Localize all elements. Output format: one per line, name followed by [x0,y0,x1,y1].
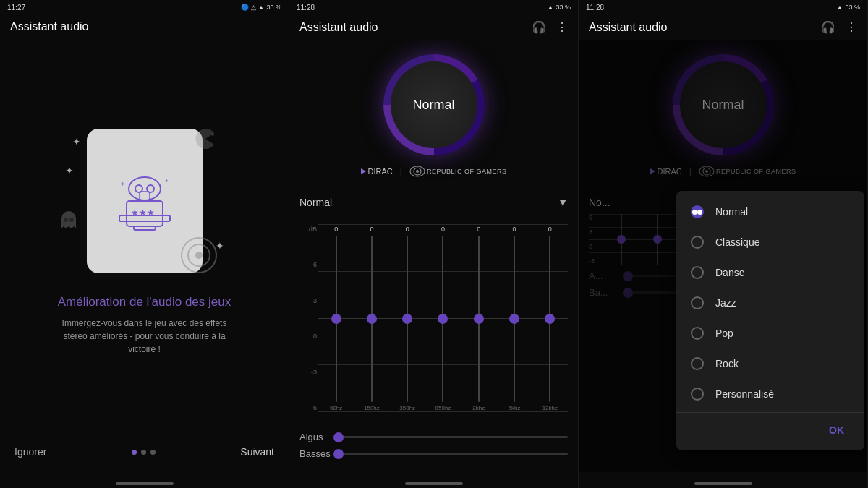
tone-sliders-2: Aigus Basses [299,426,568,465]
ghost-icon [58,208,80,230]
modal-ok-button[interactable]: OK [823,421,850,439]
bluetooth-icon: ⋅ [237,4,239,11]
eq-grid-area: 0 60hz 0 150hz [318,224,568,411]
svg-point-10 [211,133,214,136]
grid-line-top [318,224,568,225]
status-bar-1: 11:27 ⋅ 🔵 △ ▲ 33 % [0,0,289,14]
knob-area-2: Normal DIRAC | REPUBLIC OF GAMERS [289,40,578,189]
modal-label-rock: Rock [715,358,739,369]
home-bar-3 [579,472,867,488]
dot-3 [150,450,156,455]
next-button[interactable]: Suivant [240,446,274,458]
modal-label-classique: Classique [715,236,760,248]
eq-track-2khz[interactable] [478,236,480,402]
radio-normal [691,205,704,218]
modal-divider [676,412,864,413]
eq-thumb-60hz [331,314,341,324]
rog-brand: REPUBLIC OF GAMERS [409,166,507,177]
treble-label: Aigus [299,432,328,442]
y-label-3: 3 [299,297,317,304]
svg-point-4 [129,177,161,200]
eq-thumb-12khz [545,314,555,324]
rog-logo-svg [409,166,425,177]
battery-icon-3: 33 % [845,4,860,11]
game-svg: ★★★ ✦ ✦ [105,161,184,241]
svg-point-12 [69,218,74,222]
phone-panel-2: 11:28 ▲ 33 % Assistant audio 🎧 ⋮ Normal … [289,0,579,488]
eq-thumb-5khz [509,314,519,324]
treble-track[interactable] [334,436,568,438]
eq-preset-row[interactable]: Normal ▼ [299,197,568,208]
status-icons-3: ▲ 33 % [837,4,860,11]
dot-1 [132,450,137,455]
modal-label-danse: Danse [715,267,744,278]
more-icon[interactable]: ⋮ [556,20,568,34]
radio-rock [691,357,704,370]
dot-2 [141,450,146,455]
status-time-1: 11:27 [7,4,25,12]
grid-line-bot [318,411,568,412]
bass-label: Basses [299,448,328,459]
treble-thumb [333,432,344,442]
radio-classique [691,236,704,249]
modal-item-classique[interactable]: Classique [676,227,864,257]
knob-container-2[interactable]: Normal [383,54,485,155]
panel2-content: Normal DIRAC | REPUBLIC OF GAMERS [289,40,578,472]
modal-item-normal[interactable]: Normal [676,197,864,227]
svg-rect-7 [140,192,150,200]
panel3-content: Normal DIRAC | REPUB [579,40,867,472]
modal-item-jazz[interactable]: Jazz [676,288,864,318]
modal-item-personnalise[interactable]: Personnalisé [676,379,864,409]
status-icons-2: ▲ 33 % [548,4,571,11]
modal-ok-row: OK [676,416,864,445]
signal-icon-3: ▲ [837,4,843,11]
app-title-2: Assistant audio [299,21,378,34]
treble-row: Aigus [299,432,568,442]
app-header-2: Assistant audio 🎧 ⋮ [289,14,578,40]
headphone-icon[interactable]: 🎧 [532,20,546,34]
dirac-text: DIRAC [368,167,393,176]
panel1-content: ★★★ ✦ ✦ ✦ [0,39,289,437]
app-header-1: Assistant audio [0,14,289,39]
more-icon-3[interactable]: ⋮ [846,20,857,34]
skip-button[interactable]: Ignorer [14,446,46,458]
dirac-logo [361,168,366,174]
rog-text: REPUBLIC OF GAMERS [427,168,507,175]
radio-dot-normal [692,210,697,215]
sparkle-icon-3: ✦ [216,240,224,252]
status-time-3: 11:28 [586,4,604,12]
eq-preset-label: Normal [299,197,332,208]
modal-overlay[interactable]: Normal Classique Danse Jazz [579,40,867,472]
svg-rect-2 [134,226,156,230]
eq-thumb-150hz [367,314,377,324]
radio-jazz [691,296,704,309]
wifi-icon: △ [251,4,256,11]
bt-icon: 🔵 [241,4,249,11]
home-bar-2 [289,472,578,488]
sparkle-icon-1: ✦ [72,136,81,147]
bass-track[interactable] [334,453,568,455]
eq-track-150hz[interactable] [371,236,373,402]
modal-item-pop[interactable]: Pop [676,318,864,348]
pacman-icon [194,129,217,154]
eq-track-5khz[interactable] [514,236,515,402]
sparkle-icon-2: ✦ [65,165,74,176]
eq-track-60hz[interactable] [336,236,337,402]
phone-panel-1: 11:27 ⋅ 🔵 △ ▲ 33 % Assistant audio ★★★ [0,0,289,488]
modal-item-rock[interactable]: Rock [676,348,864,379]
modal-label-personnalise: Personnalisé [715,388,774,400]
eq-y-axis: dB 6 3 0 -3 -6 [299,217,317,411]
knob-label-2: Normal [412,98,454,113]
eq-track-350hz[interactable] [407,236,408,402]
preset-dropdown-modal: Normal Classique Danse Jazz [676,191,864,450]
radio-personnalise [691,388,704,401]
home-pill-3 [694,482,752,485]
bass-row: Basses [299,448,568,459]
modal-label-pop: Pop [715,328,733,339]
phone-panel-3: 11:28 ▲ 33 % Assistant audio 🎧 ⋮ Normal [579,0,868,488]
headphone-icon-3[interactable]: 🎧 [821,20,835,34]
modal-item-danse[interactable]: Danse [676,257,864,288]
chevron-down-icon: ▼ [558,197,568,208]
eq-thumb-2khz [474,314,484,324]
dirac-brand: DIRAC [361,167,393,176]
